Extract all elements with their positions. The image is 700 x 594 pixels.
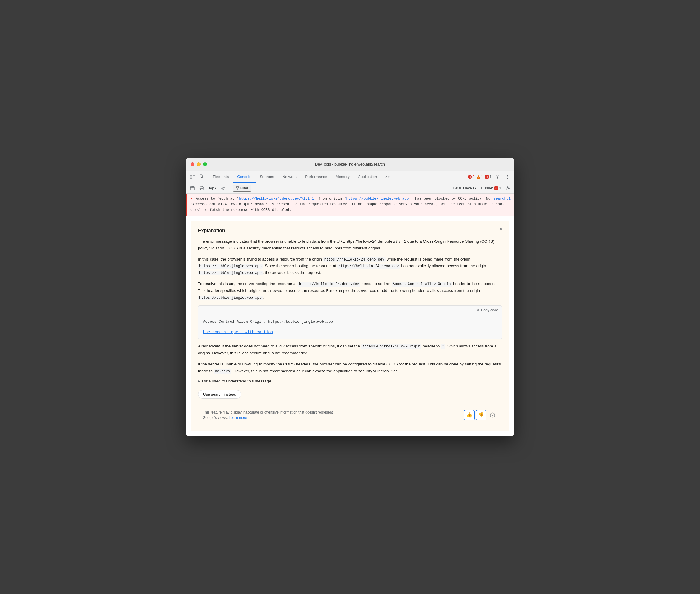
use-search-area: Use search instead bbox=[198, 388, 502, 401]
caution-link[interactable]: Use code snippets with caution bbox=[203, 329, 273, 335]
toolbar-divider bbox=[230, 185, 230, 191]
filter-icon bbox=[236, 187, 239, 190]
svg-marker-27 bbox=[236, 187, 239, 190]
tab-elements[interactable]: Elements bbox=[208, 171, 233, 183]
devtools-body: Elements Console Sources Network Perform… bbox=[186, 171, 514, 431]
svg-point-25 bbox=[221, 187, 225, 190]
panel-footer: This feature may display inaccurate or o… bbox=[198, 406, 502, 424]
explanation-title: Explanation bbox=[198, 228, 502, 233]
no-entry-btn[interactable] bbox=[198, 184, 206, 192]
maximize-button[interactable] bbox=[203, 162, 207, 166]
tab-performance[interactable]: Performance bbox=[301, 171, 331, 183]
tab-memory[interactable]: Memory bbox=[331, 171, 354, 183]
explanation-para3: To resolve this issue, the server hostin… bbox=[198, 280, 502, 301]
code-block: Access-Control-Allow-Origin: https://bub… bbox=[198, 315, 502, 329]
thumbs-down-icon: 👎 bbox=[478, 412, 484, 418]
tab-application[interactable]: Application bbox=[354, 171, 381, 183]
explanation-para2: In this case, the browser is trying to a… bbox=[198, 256, 502, 277]
info-badge: ✕ 1 bbox=[485, 175, 492, 179]
error-circle-icon: ✕ bbox=[468, 175, 472, 179]
learn-more-link[interactable]: Learn more bbox=[229, 416, 247, 420]
feedback-buttons: 👍 👎 bbox=[464, 410, 497, 420]
explanation-para5: If the server is unable or unwilling to … bbox=[198, 361, 502, 375]
svg-text:✕: ✕ bbox=[486, 176, 488, 179]
minimize-button[interactable] bbox=[197, 162, 201, 166]
svg-point-26 bbox=[223, 188, 224, 189]
svg-rect-1 bbox=[190, 176, 191, 177]
svg-point-14 bbox=[497, 176, 498, 177]
traffic-lights bbox=[190, 162, 207, 166]
explanation-panel: Explanation × The error message indicate… bbox=[190, 221, 510, 431]
svg-point-33 bbox=[492, 414, 493, 415]
context-selector[interactable]: top ▾ bbox=[207, 186, 218, 191]
warning-triangle-icon: ! bbox=[476, 175, 481, 179]
error-icon: ✖ bbox=[190, 197, 192, 201]
thumbs-up-btn[interactable]: 👍 bbox=[464, 410, 475, 420]
cursor-icon bbox=[190, 174, 195, 179]
svg-text:✕: ✕ bbox=[468, 176, 471, 179]
use-search-btn[interactable]: Use search instead bbox=[198, 390, 241, 399]
svg-rect-4 bbox=[194, 175, 195, 176]
console-content: ✖ Access to fetch at 'https://hello-io-2… bbox=[186, 194, 514, 431]
svg-point-17 bbox=[508, 178, 508, 179]
copy-code-btn[interactable]: ⧉ Copy code bbox=[477, 308, 498, 312]
issue-error-icon: ✕ bbox=[494, 186, 498, 190]
eye-btn[interactable] bbox=[219, 184, 228, 192]
console-settings-btn[interactable] bbox=[503, 184, 512, 192]
svg-point-30 bbox=[507, 187, 509, 189]
error-url-link[interactable]: https://hello-io-24.deno.dev/?lvl=1 bbox=[239, 197, 314, 201]
cursor-icon-btn[interactable] bbox=[188, 173, 197, 181]
filter-btn[interactable]: Filter bbox=[233, 185, 251, 192]
triangle-right-icon: ▶ bbox=[198, 380, 200, 383]
warning-badge: ! 1 bbox=[476, 175, 483, 179]
close-button[interactable] bbox=[190, 162, 195, 166]
panel-icon bbox=[190, 186, 195, 191]
clear-console-btn[interactable] bbox=[188, 184, 197, 192]
error-prefix: Access to fetch at ' bbox=[196, 197, 239, 201]
error-badge: ✕ 2 bbox=[468, 175, 475, 179]
tab-network[interactable]: Network bbox=[278, 171, 301, 183]
window-title: DevTools - bubble-jingle.web.app/search bbox=[315, 162, 385, 166]
device-toolbar-btn[interactable] bbox=[198, 173, 206, 181]
no-entry-icon bbox=[200, 186, 204, 191]
default-levels-btn[interactable]: Default levels ▾ bbox=[451, 186, 478, 191]
settings-icon bbox=[495, 174, 500, 179]
copy-icon: ⧉ bbox=[477, 308, 479, 312]
info-error-icon: ✕ bbox=[485, 175, 489, 179]
eye-icon bbox=[221, 186, 226, 191]
info-circle-icon bbox=[490, 412, 495, 418]
toolbar-right: Default levels ▾ 1 Issue: ✕ 1 bbox=[451, 184, 512, 192]
svg-point-16 bbox=[508, 176, 508, 177]
settings-tab-btn[interactable] bbox=[493, 173, 502, 181]
error-line: ✖ Access to fetch at 'https://hello-io-2… bbox=[186, 194, 514, 216]
data-section[interactable]: ▶ Data used to understand this message bbox=[198, 379, 502, 383]
console-toolbar: top ▾ Filter Default levels ▾ bbox=[186, 183, 514, 194]
chevron-down-icon-2: ▾ bbox=[475, 187, 476, 190]
thumbs-up-icon: 👍 bbox=[466, 412, 472, 418]
svg-text:!: ! bbox=[478, 176, 479, 179]
error-suffix: ' from origin ' bbox=[314, 197, 346, 201]
close-icon: × bbox=[499, 227, 502, 232]
explanation-close-btn[interactable]: × bbox=[497, 226, 504, 233]
footer-disclaimer: This feature may display inaccurate or o… bbox=[203, 410, 346, 420]
svg-point-15 bbox=[508, 175, 508, 176]
info-icon-btn[interactable] bbox=[488, 410, 497, 420]
tab-console[interactable]: Console bbox=[233, 171, 256, 183]
more-tabs-btn[interactable] bbox=[503, 173, 512, 181]
explanation-para4: Alternatively, if the server does not ne… bbox=[198, 343, 502, 357]
svg-text:✕: ✕ bbox=[495, 187, 497, 190]
tabs-icons bbox=[188, 173, 206, 181]
issue-count: 1 Issue: ✕ 1 bbox=[481, 186, 501, 190]
more-icon bbox=[505, 174, 510, 179]
console-gear-icon bbox=[505, 186, 510, 191]
title-bar: DevTools - bubble-jingle.web.app/search bbox=[186, 158, 514, 171]
tabs-bar: Elements Console Sources Network Perform… bbox=[186, 171, 514, 183]
thumbs-down-btn[interactable]: 👎 bbox=[476, 410, 487, 420]
error-source-ref[interactable]: search:1 bbox=[493, 196, 511, 202]
error-origin-link[interactable]: https://bubble-jingle.web.app bbox=[346, 197, 409, 201]
caution-area: Use code snippets with caution bbox=[198, 329, 502, 339]
tab-overflow[interactable]: >> bbox=[381, 171, 394, 183]
devtools-window: DevTools - bubble-jingle.web.app/search bbox=[186, 158, 514, 436]
code-block-container: ⧉ Copy code Access-Control-Allow-Origin:… bbox=[198, 305, 502, 339]
tab-sources[interactable]: Sources bbox=[256, 171, 278, 183]
